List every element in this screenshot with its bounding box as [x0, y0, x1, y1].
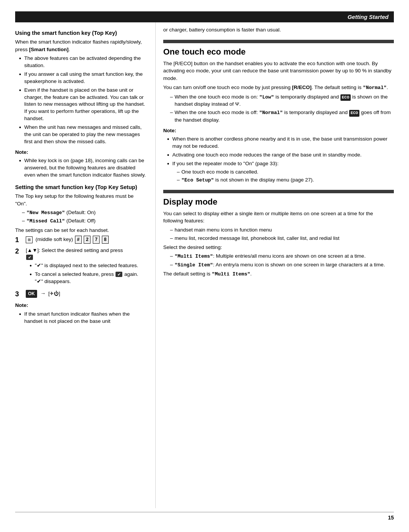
list-item: Activating one touch eco mode reduces th…: [167, 152, 394, 159]
note-eco-label: Note:: [163, 127, 394, 135]
eco-dash-list: When the one touch eco mode is on: "Low"…: [163, 94, 394, 124]
list-item: If you set the repeater mode to "On" (pa…: [167, 160, 394, 184]
header-label: Getting Started: [348, 14, 389, 20]
display-feature-list: handset main menu icons in function menu…: [163, 227, 394, 242]
ok-button-icon: OK: [26, 290, 37, 298]
note1-label: Note:: [15, 149, 146, 156]
key-7: 7: [93, 236, 100, 244]
section2-intro: The Top key setup for the following feat…: [15, 192, 146, 207]
list-item: When the unit has new messages and misse…: [19, 124, 146, 146]
eco-section-title: One touch eco mode: [163, 42, 394, 57]
list-item: If the smart function indicator flashes …: [19, 311, 146, 325]
list-item: Even if the handset is placed on the bas…: [19, 87, 146, 122]
section2-note: The settings can be set for each handset…: [15, 227, 146, 234]
note1-bullets: While key lock is on (page 18), incoming…: [15, 157, 146, 179]
airplane-power-icons: ✈⏻: [50, 291, 59, 296]
right-column: or charger, battery consumption is faste…: [155, 22, 394, 508]
list-item: When the one touch eco mode is off: "Nor…: [170, 109, 394, 124]
list-item: When there is another cordless phone nea…: [167, 136, 394, 150]
check-icon-cancel: ✔: [116, 272, 122, 277]
display-setting-list: "Multi Items": Multiple entries/all menu…: [163, 253, 394, 268]
list-item: "New Message" (Default: On): [22, 209, 146, 216]
step2-bullets: "✔" is displayed next to the selected fe…: [26, 262, 146, 285]
header-bar: Getting Started: [15, 11, 394, 22]
display-default: The default setting is "Multi Items".: [163, 270, 394, 278]
page: Getting Started Using the smart function…: [0, 0, 409, 532]
step1: 1 ⊞ (middle soft key) # 2 7 8: [15, 236, 146, 244]
eco-para2: You can turn on/off one touch eco mode b…: [163, 84, 394, 92]
list-item: "Multi Items": Multiple entries/all menu…: [170, 253, 394, 260]
section2-dash: "New Message" (Default: On) "Missed Call…: [15, 209, 146, 225]
missed-call-code: "Missed Call": [27, 218, 65, 224]
note3-label: Note:: [15, 302, 146, 309]
display-para1: You can select to display either a singl…: [163, 210, 394, 225]
page-number: 15: [15, 512, 394, 521]
step3: 3 OK → [✈⏻]: [15, 290, 146, 299]
list-item: To cancel a selected feature, press ✔ ag…: [30, 271, 146, 285]
new-message-code: "New Message": [27, 210, 65, 216]
eco-box-off: ECO: [349, 110, 360, 116]
section1-title: Using the smart function key (Top Key): [15, 30, 146, 36]
list-item: "✔" is displayed next to the selected fe…: [30, 262, 146, 269]
list-item: "Single Item": An entry/a menu icon is s…: [170, 261, 394, 269]
list-item: While key lock is on (page 18), incoming…: [19, 157, 146, 179]
signal-icon: Ψ: [235, 101, 239, 107]
display-select: Select the desired setting:: [163, 244, 394, 251]
left-column: Using the smart function key (Top Key) W…: [15, 22, 155, 508]
section1-intro: When the smart function indicator flashe…: [15, 38, 146, 53]
grid-icon: ⊞: [26, 236, 33, 243]
section2-title: Setting the smart function key (Top Key …: [15, 184, 146, 190]
key-8: 8: [102, 236, 109, 244]
note3-bullets: If the smart function indicator flashes …: [15, 311, 146, 325]
list-item: "Eco Setup" is not shown in the display …: [177, 177, 394, 184]
list-item: One touch eco mode is cancelled.: [177, 169, 394, 176]
note-eco-dash: One touch eco mode is cancelled. "Eco Se…: [172, 169, 394, 184]
eco-para1: The [R/ECO] button on the handset enable…: [163, 60, 394, 82]
check-icon: ✔: [26, 255, 33, 260]
arrow-icon: →: [41, 290, 46, 296]
eco-box-on: ECO: [340, 94, 351, 101]
list-item: "Missed Call" (Default: Off): [22, 217, 146, 225]
list-item: If you answer a call using the smart fun…: [19, 71, 146, 85]
list-item: When the one touch eco mode is on: "Low"…: [170, 94, 394, 108]
step2: 2 [▲▼]: Select the desired setting and p…: [15, 247, 146, 288]
display-section-title: Display mode: [163, 192, 394, 207]
key-2: 2: [84, 236, 91, 244]
list-item: menu list, recorded message list, phoneb…: [170, 235, 394, 242]
list-item: handset main menu icons in function menu: [170, 227, 394, 234]
right-top-para: or charger, battery consumption is faste…: [163, 26, 394, 34]
key-hash: #: [75, 236, 82, 244]
section1-bullets: The above features can be activated depe…: [15, 55, 146, 146]
list-item: The above features can be activated depe…: [19, 55, 146, 69]
note-eco-bullets: When there is another cordless phone nea…: [163, 136, 394, 184]
